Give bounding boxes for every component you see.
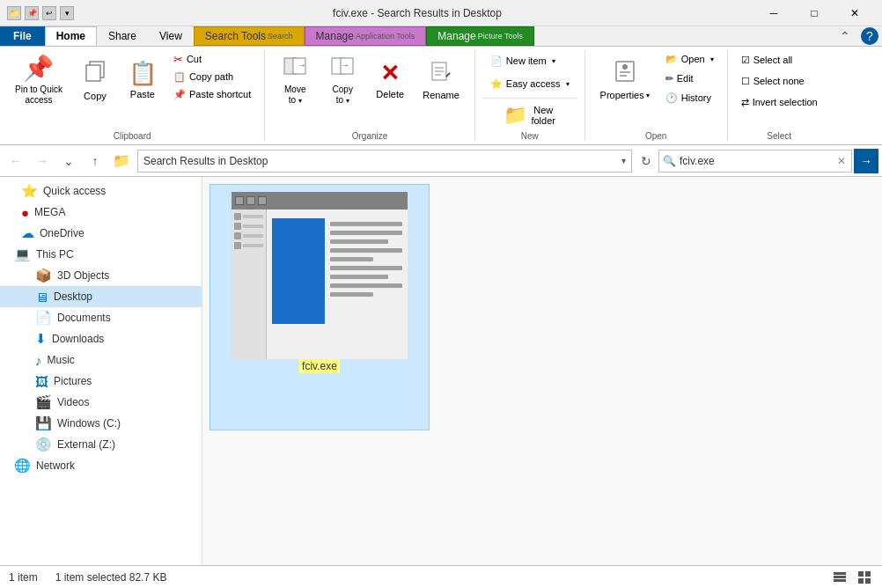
address-dropdown-icon[interactable]: ▾ bbox=[621, 156, 626, 165]
properties-label: Properties bbox=[600, 90, 644, 100]
thispc-icon: 💻 bbox=[14, 246, 31, 262]
sidebar-label-windows-c: Windows (C:) bbox=[57, 417, 121, 430]
thumb-line7 bbox=[330, 275, 388, 279]
svg-point-14 bbox=[622, 64, 628, 70]
sidebar-item-pictures[interactable]: 🖼 Pictures bbox=[0, 371, 202, 392]
sidebar-item-onedrive[interactable]: ☁ OneDrive bbox=[0, 223, 202, 244]
sidebar-item-music[interactable]: ♪ Music bbox=[0, 349, 202, 371]
rename-icon bbox=[429, 58, 453, 88]
new-folder-button[interactable]: 📁 Newfolder bbox=[482, 102, 577, 129]
cut-icon: ✂ bbox=[173, 53, 183, 66]
new-folder-label: Newfolder bbox=[531, 105, 555, 126]
paste-label: Paste bbox=[130, 89, 155, 99]
status-bar: 1 item 1 item selected 82.7 KB bbox=[0, 565, 882, 588]
select-none-button[interactable]: ☐ Select none bbox=[735, 71, 824, 91]
sidebar-item-quickaccess[interactable]: ⭐ Quick access bbox=[0, 180, 202, 202]
thumb-line6 bbox=[330, 266, 402, 270]
forward-button[interactable]: → bbox=[30, 149, 55, 173]
tab-view[interactable]: View bbox=[148, 26, 194, 46]
new-buttons-col: 📄 New item ▾ ⭐ Easy access ▾ 📁 Newfolder bbox=[482, 50, 577, 129]
maximize-button[interactable]: □ bbox=[794, 0, 834, 26]
tab-manage-app[interactable]: Manage Application Tools bbox=[305, 26, 427, 46]
file-item-fciv[interactable]: fciv.exe bbox=[209, 184, 430, 430]
content-area[interactable]: fciv.exe bbox=[202, 177, 882, 565]
up-button[interactable]: ↑ bbox=[83, 149, 107, 173]
copy-to-label: Copyto ▾ bbox=[333, 85, 353, 106]
close-button[interactable]: ✕ bbox=[834, 0, 875, 26]
sidebar-item-downloads[interactable]: ⬇ Downloads bbox=[0, 328, 202, 349]
copy-icon bbox=[83, 58, 107, 89]
new-item-button[interactable]: 📄 New item ▾ bbox=[482, 50, 577, 71]
back-button[interactable]: ← bbox=[4, 149, 28, 173]
sidebar-item-mega[interactable]: ● MEGA bbox=[0, 202, 202, 223]
thumbnail-body bbox=[232, 209, 408, 359]
thumb-sb-item2 bbox=[234, 223, 263, 230]
invert-selection-label: Invert selection bbox=[753, 97, 818, 107]
address-bar[interactable]: Search Results in Desktop ▾ bbox=[137, 150, 632, 173]
paste-shortcut-button[interactable]: 📌 Paste shortcut bbox=[167, 85, 257, 103]
sidebar-item-3dobjects[interactable]: 📦 3D Objects bbox=[0, 265, 202, 286]
sidebar-label-videos: Videos bbox=[57, 396, 89, 408]
select-all-label: Select all bbox=[753, 55, 793, 65]
easy-access-icon: ⭐ bbox=[490, 78, 503, 90]
sidebar-item-videos[interactable]: 🎬 Videos bbox=[0, 392, 202, 413]
sidebar-item-windows-c[interactable]: 💾 Windows (C:) bbox=[0, 413, 202, 434]
sidebar-label-3dobjects: 3D Objects bbox=[57, 269, 109, 282]
search-go-button[interactable]: → bbox=[854, 149, 878, 173]
tab-search-tools[interactable]: Search Tools Search bbox=[194, 26, 305, 46]
select-content: ☑ Select all ☐ Select none ⇄ Invert sele… bbox=[735, 50, 824, 129]
copy-path-button[interactable]: 📋 Copy path bbox=[167, 68, 257, 85]
sidebar-item-desktop[interactable]: 🖥 Desktop bbox=[0, 286, 202, 307]
minimize-button[interactable]: ─ bbox=[753, 0, 794, 26]
paste-button[interactable]: 📋 Paste bbox=[120, 50, 165, 108]
tab-share[interactable]: Share bbox=[97, 26, 148, 46]
dropdown-icon[interactable]: ▾ bbox=[60, 6, 74, 20]
help-btn[interactable]: ? bbox=[861, 27, 878, 45]
search-input[interactable] bbox=[680, 155, 835, 167]
onedrive-icon: ☁ bbox=[21, 225, 34, 241]
copy-button[interactable]: Copy bbox=[72, 50, 118, 108]
ribbon-collapse-btn[interactable]: ⌃ bbox=[833, 24, 857, 48]
large-icons-view-button[interactable] bbox=[856, 569, 873, 586]
select-none-label: Select none bbox=[753, 76, 805, 86]
title-bar-text: fciv.exe - Search Results in Desktop bbox=[81, 7, 753, 19]
refresh-button[interactable]: ↻ bbox=[636, 151, 657, 172]
ribbon-group-new: 📄 New item ▾ ⭐ Easy access ▾ 📁 Newfolder… bbox=[475, 50, 585, 141]
details-view-button[interactable] bbox=[831, 569, 849, 586]
edit-button[interactable]: ✏ Edit bbox=[659, 70, 720, 87]
sidebar-item-thispc[interactable]: 💻 This PC bbox=[0, 244, 202, 265]
thumb-btn3 bbox=[258, 196, 267, 205]
history-button[interactable]: 🕐 History bbox=[659, 89, 720, 107]
delete-button[interactable]: ✕ Delete bbox=[367, 50, 413, 108]
external-z-icon: 💿 bbox=[35, 437, 52, 452]
sidebar-item-external-z[interactable]: 💿 External (Z:) bbox=[0, 434, 202, 455]
search-icon: 🔍 bbox=[663, 155, 676, 167]
properties-button[interactable]: Properties ▾ bbox=[592, 50, 658, 108]
sidebar-label-thispc: This PC bbox=[36, 248, 74, 261]
tab-home[interactable]: Home bbox=[45, 26, 97, 46]
rename-button[interactable]: Rename bbox=[415, 50, 467, 108]
select-btns: ☑ Select all ☐ Select none ⇄ Invert sele… bbox=[735, 50, 824, 112]
recent-locations-button[interactable]: ⌄ bbox=[56, 149, 81, 173]
cut-button[interactable]: ✂ Cut bbox=[167, 50, 257, 68]
svg-rect-22 bbox=[858, 578, 864, 584]
select-all-button[interactable]: ☑ Select all bbox=[735, 50, 824, 70]
tab-manage-pic[interactable]: Manage Picture Tools bbox=[426, 26, 534, 46]
delete-label: Delete bbox=[376, 89, 404, 99]
history-icon: 🕐 bbox=[665, 92, 678, 104]
tab-file[interactable]: File bbox=[0, 26, 45, 46]
pictures-icon: 🖼 bbox=[35, 374, 48, 389]
move-to-button[interactable]: → Moveto ▾ bbox=[272, 50, 318, 108]
search-clear-button[interactable]: ✕ bbox=[835, 155, 848, 167]
invert-selection-button[interactable]: ⇄ Invert selection bbox=[735, 92, 824, 112]
pin-to-quickaccess-button[interactable]: 📌 Pin to Quickaccess bbox=[7, 50, 70, 108]
copy-to-button[interactable]: → Copyto ▾ bbox=[320, 50, 365, 108]
edit-label: Edit bbox=[677, 73, 694, 84]
easy-access-button[interactable]: ⭐ Easy access ▾ bbox=[482, 73, 577, 94]
properties-icon bbox=[613, 58, 637, 88]
search-bar[interactable]: 🔍 ✕ bbox=[658, 150, 852, 173]
rename-label: Rename bbox=[423, 90, 459, 100]
sidebar-item-network[interactable]: 🌐 Network bbox=[0, 455, 202, 476]
open-button[interactable]: 📂 Open ▾ bbox=[659, 50, 720, 68]
sidebar-item-documents[interactable]: 📄 Documents bbox=[0, 307, 202, 328]
